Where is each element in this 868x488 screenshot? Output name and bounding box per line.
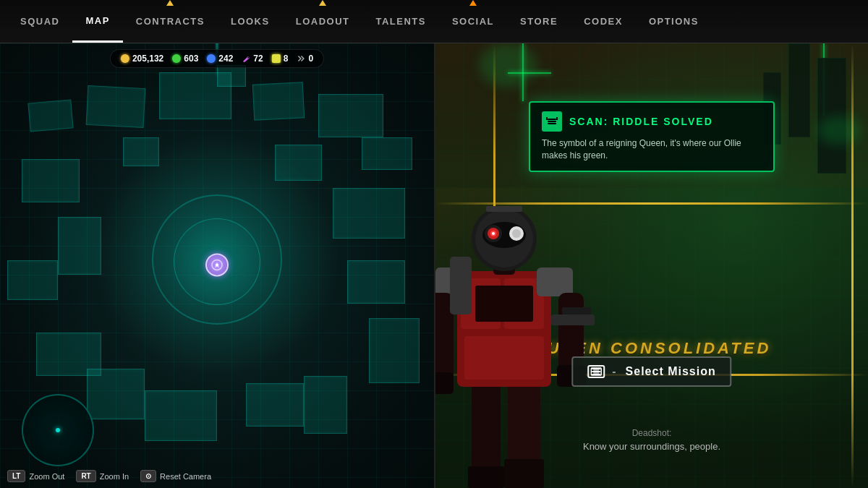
- mission-button-icon: [587, 365, 605, 378]
- resource-extra: 0: [297, 53, 313, 64]
- resource-flower: 8: [272, 53, 289, 64]
- svg-rect-29: [551, 314, 595, 325]
- arrow-icon: [297, 54, 305, 63]
- city-block: [145, 390, 217, 441]
- svg-rect-31: [548, 119, 556, 120]
- game-panel: QUEEN CONSOLIDATED SCAN: RIDDLE SOLVED T…: [435, 43, 868, 488]
- blue-icon: [207, 54, 216, 63]
- city-block: [275, 145, 322, 181]
- svg-rect-10: [475, 286, 533, 322]
- city-block: [27, 99, 73, 132]
- city-block: [86, 85, 146, 128]
- city-block: [58, 217, 101, 275]
- svg-rect-27: [486, 206, 522, 212]
- nav-item-loadout[interactable]: LOADOUT: [283, 0, 363, 43]
- svg-rect-15: [435, 372, 454, 394]
- svg-rect-35: [556, 117, 558, 120]
- city-block: [22, 159, 80, 202]
- gold-icon: [121, 54, 129, 63]
- scan-icon: [542, 111, 562, 132]
- city-block: [7, 260, 58, 300]
- main-area: 205,132 603 242 72 8: [0, 43, 868, 488]
- zoom-in-control[interactable]: RT Zoom In: [76, 470, 129, 482]
- svg-rect-32: [548, 121, 556, 122]
- loadout-dot: [319, 0, 326, 6]
- select-mission-label: Select Mission: [626, 365, 716, 378]
- svg-rect-36: [591, 368, 601, 375]
- player-icon: [205, 253, 229, 276]
- flower-icon: [272, 54, 281, 63]
- svg-point-1: [216, 263, 218, 266]
- player-marker: [205, 253, 229, 276]
- nav-item-map[interactable]: MAP: [72, 0, 122, 43]
- nav-item-store[interactable]: STORE: [507, 0, 571, 43]
- resources-bar: 205,132 603 242 72 8: [110, 49, 324, 68]
- resource-gold: 205,132: [121, 53, 163, 64]
- character-quote-container: Deadshot: Know your surroundings, people…: [583, 428, 720, 452]
- city-block: [123, 137, 159, 166]
- zoom-out-control[interactable]: LT Zoom Out: [7, 470, 64, 482]
- resource-blue: 242: [207, 53, 233, 64]
- reset-camera-btn: ⊙: [140, 470, 156, 482]
- city-block: [252, 82, 305, 121]
- scan-description: The symbol of a reigning Queen, it's whe…: [542, 137, 762, 162]
- svg-rect-33: [548, 123, 556, 124]
- svg-rect-34: [546, 117, 548, 120]
- city-block: [87, 369, 145, 419]
- glow-accent-1: [479, 43, 537, 87]
- nav-item-contracts[interactable]: CONTRACTS: [123, 0, 218, 43]
- city-block: [369, 318, 420, 383]
- contracts-dot: [166, 0, 174, 6]
- select-mission-button[interactable]: - Select Mission: [571, 356, 731, 387]
- city-block: [318, 94, 383, 137]
- svg-rect-30: [562, 307, 591, 314]
- gold-trim-right: [851, 43, 854, 488]
- nav-item-talents[interactable]: TALENTS: [362, 0, 438, 43]
- nav-item-codex[interactable]: CODEX: [571, 0, 636, 43]
- svg-rect-5: [504, 459, 544, 488]
- resource-green: 603: [172, 53, 198, 64]
- skyline-bld-2: [788, 43, 810, 137]
- city-block: [362, 137, 412, 170]
- wrench-icon: [242, 54, 250, 63]
- svg-point-24: [492, 232, 495, 235]
- svg-rect-28: [450, 257, 472, 314]
- svg-rect-4: [468, 466, 504, 488]
- city-block: [246, 383, 304, 427]
- top-navigation: SQUAD MAP CONTRACTS LOOKS LOADOUT TALENT…: [0, 0, 868, 43]
- green-icon: [172, 54, 181, 63]
- nav-item-looks[interactable]: LOOKS: [218, 0, 283, 43]
- city-block: [304, 376, 347, 434]
- quote-text: Know your surroundings, people.: [583, 441, 720, 452]
- minimap-player: [56, 428, 60, 432]
- glow-accent-2: [817, 116, 861, 145]
- scan-title: SCAN: RIDDLE SOLVED: [569, 116, 713, 127]
- scan-popup: SCAN: RIDDLE SOLVED The symbol of a reig…: [529, 101, 775, 172]
- nav-item-squad[interactable]: SQUAD: [7, 0, 72, 43]
- map-panel[interactable]: 205,132 603 242 72 8: [0, 43, 434, 488]
- city-block: [333, 188, 405, 239]
- svg-rect-12: [537, 267, 573, 296]
- svg-point-26: [512, 229, 521, 238]
- nav-item-options[interactable]: OPTIONS: [636, 0, 712, 43]
- reset-camera-control[interactable]: ⊙ Reset Camera: [140, 470, 211, 482]
- resource-purple: 72: [242, 53, 263, 64]
- city-block: [347, 260, 405, 304]
- mission-button-dash: -: [612, 365, 616, 378]
- social-dot: [469, 0, 477, 6]
- map-controls: LT Zoom Out RT Zoom In ⊙ Reset Camera: [7, 470, 211, 482]
- city-block: [217, 65, 246, 87]
- svg-rect-9: [464, 336, 544, 380]
- quote-speaker: Deadshot:: [583, 428, 720, 438]
- nav-item-social[interactable]: SOCIAL: [439, 0, 507, 43]
- scan-header: SCAN: RIDDLE SOLVED: [542, 111, 762, 132]
- minimap: [22, 394, 94, 466]
